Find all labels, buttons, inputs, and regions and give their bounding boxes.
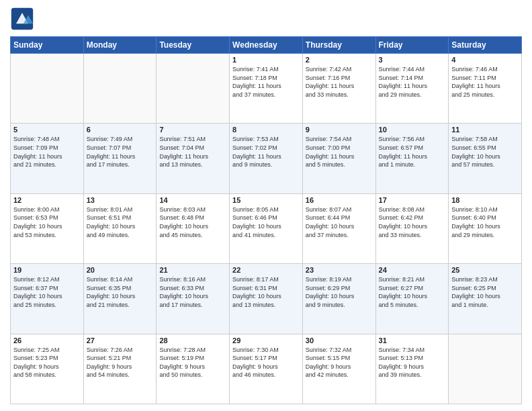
day-info: Sunrise: 8:16 AM Sunset: 6:33 PM Dayligh… xyxy=(159,275,226,309)
calendar-cell xyxy=(157,54,230,124)
day-info: Sunrise: 7:34 AM Sunset: 5:13 PM Dayligh… xyxy=(379,346,446,379)
col-header-saturday: Saturday xyxy=(449,37,522,54)
day-info: Sunrise: 7:41 AM Sunset: 7:18 PM Dayligh… xyxy=(232,65,300,99)
calendar-header: SundayMondayTuesdayWednesdayThursdayFrid… xyxy=(11,37,522,54)
calendar-cell: 22Sunrise: 8:17 AM Sunset: 6:31 PM Dayli… xyxy=(230,264,303,334)
day-info: Sunrise: 7:56 AM Sunset: 6:57 PM Dayligh… xyxy=(379,135,446,169)
day-number: 23 xyxy=(306,266,373,274)
day-number: 24 xyxy=(379,266,446,274)
day-info: Sunrise: 7:25 AM Sunset: 5:23 PM Dayligh… xyxy=(13,346,81,379)
calendar-cell: 10Sunrise: 7:56 AM Sunset: 6:57 PM Dayli… xyxy=(375,124,449,193)
day-info: Sunrise: 8:05 AM Sunset: 6:46 PM Dayligh… xyxy=(232,205,300,239)
calendar-cell: 6Sunrise: 7:49 AM Sunset: 7:07 PM Daylig… xyxy=(83,124,157,193)
week-row-1: 1Sunrise: 7:41 AM Sunset: 7:18 PM Daylig… xyxy=(11,54,522,124)
day-number: 22 xyxy=(232,266,300,274)
day-info: Sunrise: 8:07 AM Sunset: 6:44 PM Dayligh… xyxy=(306,205,373,239)
calendar-cell: 4Sunrise: 7:46 AM Sunset: 7:11 PM Daylig… xyxy=(449,54,522,124)
week-row-5: 26Sunrise: 7:25 AM Sunset: 5:23 PM Dayli… xyxy=(11,334,522,404)
calendar-cell: 30Sunrise: 7:32 AM Sunset: 5:15 PM Dayli… xyxy=(302,334,375,404)
day-info: Sunrise: 8:10 AM Sunset: 6:40 PM Dayligh… xyxy=(451,205,519,239)
day-number: 11 xyxy=(451,126,519,134)
day-number: 29 xyxy=(232,336,300,345)
calendar-cell: 1Sunrise: 7:41 AM Sunset: 7:18 PM Daylig… xyxy=(230,54,303,124)
week-row-3: 12Sunrise: 8:00 AM Sunset: 6:53 PM Dayli… xyxy=(11,193,522,263)
day-number: 10 xyxy=(379,126,446,134)
calendar-cell: 5Sunrise: 7:48 AM Sunset: 7:09 PM Daylig… xyxy=(11,124,84,193)
col-header-tuesday: Tuesday xyxy=(157,37,230,54)
day-number: 14 xyxy=(159,196,226,204)
day-number: 31 xyxy=(379,336,446,345)
day-number: 5 xyxy=(13,126,81,134)
day-number: 20 xyxy=(87,266,154,274)
col-header-friday: Friday xyxy=(375,37,449,54)
calendar: SundayMondayTuesdayWednesdayThursdayFrid… xyxy=(10,36,522,404)
day-number: 25 xyxy=(451,266,519,274)
calendar-cell: 20Sunrise: 8:14 AM Sunset: 6:35 PM Dayli… xyxy=(83,264,157,334)
calendar-cell: 25Sunrise: 8:23 AM Sunset: 6:25 PM Dayli… xyxy=(449,264,522,334)
day-info: Sunrise: 8:00 AM Sunset: 6:53 PM Dayligh… xyxy=(13,205,81,239)
day-number: 12 xyxy=(13,196,81,204)
calendar-cell: 17Sunrise: 8:08 AM Sunset: 6:42 PM Dayli… xyxy=(375,193,449,263)
day-number: 27 xyxy=(87,336,154,345)
calendar-cell xyxy=(83,54,157,124)
day-number: 7 xyxy=(159,126,226,134)
day-number: 9 xyxy=(306,126,373,134)
day-number: 30 xyxy=(306,336,373,345)
day-number: 13 xyxy=(87,196,154,204)
day-info: Sunrise: 8:08 AM Sunset: 6:42 PM Dayligh… xyxy=(379,205,446,239)
day-info: Sunrise: 8:01 AM Sunset: 6:51 PM Dayligh… xyxy=(87,205,154,239)
calendar-cell xyxy=(449,334,522,404)
calendar-cell: 7Sunrise: 7:51 AM Sunset: 7:04 PM Daylig… xyxy=(157,124,230,193)
day-info: Sunrise: 7:51 AM Sunset: 7:04 PM Dayligh… xyxy=(159,135,226,169)
day-info: Sunrise: 7:54 AM Sunset: 7:00 PM Dayligh… xyxy=(306,135,373,169)
day-info: Sunrise: 7:53 AM Sunset: 7:02 PM Dayligh… xyxy=(232,135,300,169)
page: SundayMondayTuesdayWednesdayThursdayFrid… xyxy=(0,0,532,411)
col-header-thursday: Thursday xyxy=(302,37,375,54)
calendar-cell: 26Sunrise: 7:25 AM Sunset: 5:23 PM Dayli… xyxy=(11,334,84,404)
day-info: Sunrise: 7:30 AM Sunset: 5:17 PM Dayligh… xyxy=(232,346,300,379)
day-info: Sunrise: 7:42 AM Sunset: 7:16 PM Dayligh… xyxy=(306,65,373,99)
calendar-cell: 16Sunrise: 8:07 AM Sunset: 6:44 PM Dayli… xyxy=(302,193,375,263)
day-number: 1 xyxy=(232,56,300,64)
week-row-4: 19Sunrise: 8:12 AM Sunset: 6:37 PM Dayli… xyxy=(11,264,522,334)
day-number: 8 xyxy=(232,126,300,134)
day-info: Sunrise: 7:32 AM Sunset: 5:15 PM Dayligh… xyxy=(306,346,373,379)
day-number: 21 xyxy=(159,266,226,274)
day-number: 2 xyxy=(306,56,373,64)
day-number: 19 xyxy=(13,266,81,274)
day-info: Sunrise: 7:58 AM Sunset: 6:55 PM Dayligh… xyxy=(451,135,519,169)
week-row-2: 5Sunrise: 7:48 AM Sunset: 7:09 PM Daylig… xyxy=(11,124,522,193)
day-info: Sunrise: 7:48 AM Sunset: 7:09 PM Dayligh… xyxy=(13,135,81,169)
logo xyxy=(10,7,37,31)
day-number: 17 xyxy=(379,196,446,204)
day-info: Sunrise: 8:21 AM Sunset: 6:27 PM Dayligh… xyxy=(379,275,446,309)
day-number: 15 xyxy=(232,196,300,204)
header xyxy=(10,7,522,31)
calendar-cell: 3Sunrise: 7:44 AM Sunset: 7:14 PM Daylig… xyxy=(375,54,449,124)
calendar-cell: 28Sunrise: 7:28 AM Sunset: 5:19 PM Dayli… xyxy=(157,334,230,404)
calendar-cell: 11Sunrise: 7:58 AM Sunset: 6:55 PM Dayli… xyxy=(449,124,522,193)
day-info: Sunrise: 8:23 AM Sunset: 6:25 PM Dayligh… xyxy=(451,275,519,309)
day-info: Sunrise: 7:46 AM Sunset: 7:11 PM Dayligh… xyxy=(451,65,519,99)
col-header-wednesday: Wednesday xyxy=(230,37,303,54)
calendar-cell: 12Sunrise: 8:00 AM Sunset: 6:53 PM Dayli… xyxy=(11,193,84,263)
day-info: Sunrise: 8:17 AM Sunset: 6:31 PM Dayligh… xyxy=(232,275,300,309)
calendar-cell: 19Sunrise: 8:12 AM Sunset: 6:37 PM Dayli… xyxy=(11,264,84,334)
calendar-cell: 9Sunrise: 7:54 AM Sunset: 7:00 PM Daylig… xyxy=(302,124,375,193)
calendar-body: 1Sunrise: 7:41 AM Sunset: 7:18 PM Daylig… xyxy=(11,54,522,404)
day-number: 26 xyxy=(13,336,81,345)
day-number: 16 xyxy=(306,196,373,204)
calendar-cell: 14Sunrise: 8:03 AM Sunset: 6:48 PM Dayli… xyxy=(157,193,230,263)
calendar-cell: 31Sunrise: 7:34 AM Sunset: 5:13 PM Dayli… xyxy=(375,334,449,404)
calendar-cell: 8Sunrise: 7:53 AM Sunset: 7:02 PM Daylig… xyxy=(230,124,303,193)
calendar-cell: 27Sunrise: 7:26 AM Sunset: 5:21 PM Dayli… xyxy=(83,334,157,404)
calendar-cell: 2Sunrise: 7:42 AM Sunset: 7:16 PM Daylig… xyxy=(302,54,375,124)
calendar-cell xyxy=(11,54,84,124)
calendar-cell: 21Sunrise: 8:16 AM Sunset: 6:33 PM Dayli… xyxy=(157,264,230,334)
day-info: Sunrise: 8:03 AM Sunset: 6:48 PM Dayligh… xyxy=(159,205,226,239)
day-number: 4 xyxy=(451,56,519,64)
calendar-cell: 24Sunrise: 8:21 AM Sunset: 6:27 PM Dayli… xyxy=(375,264,449,334)
header-row: SundayMondayTuesdayWednesdayThursdayFrid… xyxy=(11,37,522,54)
day-info: Sunrise: 7:49 AM Sunset: 7:07 PM Dayligh… xyxy=(87,135,154,169)
day-number: 18 xyxy=(451,196,519,204)
